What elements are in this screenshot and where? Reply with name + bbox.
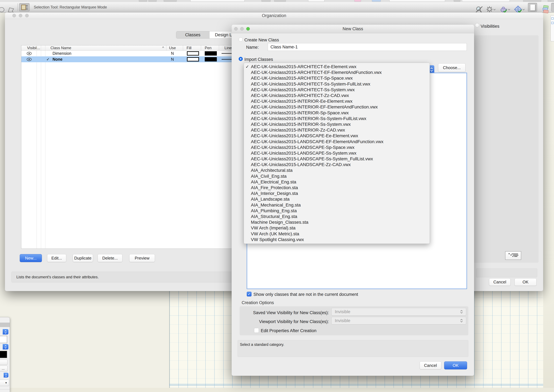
choose-file-button[interactable]: Choose...	[438, 63, 465, 72]
eye-icon[interactable]	[27, 57, 32, 63]
partial-control[interactable]	[454, 0, 460, 2]
menu-item[interactable]: AEC-UK-Uniclass2015-LANDSCAPE-Ss-System.…	[244, 150, 430, 156]
chevron-down-icon[interactable]	[522, 9, 525, 10]
gear-settings-icon[interactable]	[486, 6, 493, 13]
line-style-button[interactable]: ...	[0, 366, 7, 371]
column-header-fill[interactable]: Fill	[187, 45, 192, 50]
pen-swatch[interactable]	[205, 51, 217, 56]
menu-item[interactable]: VW Arch (Imperial).sta	[244, 225, 430, 231]
menu-item[interactable]: AEC-UK-Uniclass2015-INTERIOR-Sp-Space.vw…	[244, 110, 430, 116]
partial-control[interactable]	[164, 0, 177, 2]
partial-control[interactable]	[548, 0, 554, 2]
chevron-down-icon[interactable]	[493, 9, 496, 10]
fill-swatch[interactable]	[187, 51, 199, 56]
column-header-use[interactable]: Use	[169, 45, 176, 50]
menu-item[interactable]: AIA_Mechanical_Eng.sta	[244, 202, 430, 208]
menu-item[interactable]: AEC-UK-Uniclass2015-ARCHITECT-Ss-System.…	[244, 87, 430, 93]
partial-toolbar-button[interactable]	[551, 3, 554, 12]
close-window-icon[interactable]	[234, 27, 238, 31]
lasso-tool-icon[interactable]	[0, 7, 5, 13]
pen-color-swatch[interactable]	[0, 351, 7, 358]
menu-item[interactable]: AIA_Civil_Eng.sta	[244, 173, 430, 179]
page-view-button[interactable]	[528, 3, 537, 12]
menu-item[interactable]: AIA_Architectural.sta	[244, 168, 430, 173]
menu-item[interactable]: AEC-UK-Uniclass2015-INTERIOR-Zz-CAD.vwx	[244, 127, 430, 133]
minimize-window-icon[interactable]	[19, 14, 22, 17]
menu-item[interactable]: AEC-UK-Uniclass2015-INTERIOR-Ee-Element.…	[244, 98, 430, 104]
polygon-lasso-tool-icon[interactable]	[7, 7, 15, 13]
pen-swatch[interactable]	[205, 57, 217, 62]
delete-class-button[interactable]: Delete...	[97, 254, 122, 262]
menu-item[interactable]: AEC-UK-Uniclass2015-LANDSCAPE-Zz-CAD.vwx	[244, 162, 430, 168]
fill-color-swatch[interactable]	[0, 336, 7, 343]
sort-ascending-icon[interactable]: ^	[162, 45, 164, 50]
drawing-canvas-right[interactable]	[543, 12, 554, 392]
fill-style-stepper[interactable]	[3, 329, 8, 335]
partial-control[interactable]	[354, 0, 361, 2]
chevron-down-icon[interactable]	[508, 9, 510, 10]
mini-swatch[interactable]	[551, 22, 554, 24]
partial-field[interactable]	[389, 0, 445, 2]
partial-control[interactable]	[261, 0, 271, 2]
minimize-window-icon[interactable]	[240, 27, 244, 31]
organization-titlebar[interactable]: Organization	[5, 12, 543, 19]
menu-item[interactable]: AIA_Plumbing_Eng.sta	[244, 208, 430, 214]
show-only-checkbox[interactable]: ✓	[247, 292, 251, 296]
menu-item[interactable]: ✓AEC-UK-Uniclass2015-ARCHITECT-Ee-Elemen…	[244, 64, 430, 70]
import-classes-radio[interactable]	[239, 57, 243, 61]
menu-item[interactable]: AIA_Structural_Eng.sta	[244, 214, 430, 219]
partial-control[interactable]	[139, 0, 147, 2]
table-row[interactable]: DimensionN	[21, 50, 238, 56]
partial-field[interactable]	[190, 0, 244, 2]
menu-item[interactable]: AEC-UK-Uniclass2015-LANDSCAPE-Ss-System_…	[244, 156, 430, 162]
partial-control[interactable]	[148, 0, 157, 2]
column-header-visibility[interactable]: Visibil...	[27, 45, 40, 50]
partial-field[interactable]	[462, 0, 510, 2]
menu-item[interactable]: AEC-UK-Uniclass2015-ARCHITECT-Sp-Space.v…	[244, 75, 430, 81]
menu-item[interactable]: AEC-UK-Uniclass2015-ARCHITECT-Zz-CAD.vwx	[244, 93, 430, 98]
zoom-window-icon[interactable]	[246, 27, 250, 31]
classes-table-header[interactable]: Visibil... Class Name ^ Use Fill Pen Lin…	[21, 45, 238, 51]
opacity-stepper[interactable]	[4, 373, 8, 378]
menu-item[interactable]: AEC-UK-Uniclass2015-ARCHITECT-Ss-System-…	[244, 81, 430, 87]
partial-control[interactable]	[523, 0, 541, 2]
fill-swatch[interactable]	[187, 57, 199, 62]
menu-item[interactable]: AEC-UK-Uniclass2015-LANDSCAPE-Ee-Element…	[244, 133, 430, 139]
zoom-disabled-icon[interactable]	[476, 6, 483, 13]
column-header-class-name[interactable]: Class Name	[50, 45, 71, 50]
viewport-visibility-select[interactable]: Invisible	[332, 317, 466, 324]
menu-item[interactable]: AEC-UK-Uniclass2015-ARCHITECT-EF-Element…	[244, 70, 430, 75]
menu-item[interactable]: AEC-UK-Uniclass2015-INTERIOR-EF-ElementA…	[244, 104, 430, 110]
menu-item[interactable]: AIA_Electrical_Eng.sta	[244, 179, 430, 185]
new-class-ok-button[interactable]: OK	[444, 361, 467, 369]
new-class-titlebar[interactable]: New Class	[232, 25, 474, 33]
edit-class-button[interactable]: Edit...	[47, 254, 66, 262]
table-row[interactable]: ✓NoneN	[21, 56, 238, 62]
menu-item[interactable]: AIA_Landscape.sta	[244, 196, 430, 202]
menu-item[interactable]: AEC-UK-Uniclass2015-INTERIOR-Ss-System-F…	[244, 116, 430, 121]
visibilities-radio[interactable]	[475, 23, 479, 27]
menu-item[interactable]: Machine Design_Classes.sta	[244, 219, 430, 225]
duplicate-class-button[interactable]: Duplicate	[73, 254, 93, 262]
rectangular-marquee-mode-button[interactable]	[19, 3, 30, 11]
partial-field[interactable]	[308, 0, 325, 2]
tab-classes[interactable]: Classes	[176, 31, 209, 38]
menu-item[interactable]: AEC-UK-Uniclass2015-LANDSCAPE-Sp-Space.v…	[244, 145, 430, 150]
column-header-pen[interactable]: Pen	[205, 45, 212, 50]
menu-item[interactable]: AEC-UK-Uniclass2015-LANDSCAPE-EF-Element…	[244, 139, 430, 144]
menu-item[interactable]: VW Spotlight Classing.vwx	[244, 237, 430, 243]
partial-control[interactable]	[372, 0, 381, 2]
organization-ok-button[interactable]: OK	[514, 278, 536, 286]
saved-view-visibility-select[interactable]: Invisible	[332, 308, 466, 315]
create-new-class-radio[interactable]	[239, 37, 243, 42]
menu-item[interactable]: AIA_Fire_Protection.sta	[244, 185, 430, 191]
attributes-dropdown-button[interactable]: ▼	[0, 380, 9, 386]
new-class-button[interactable]: New...	[20, 254, 42, 262]
line-thickness-button[interactable]	[0, 360, 7, 365]
partial-control[interactable]	[274, 0, 286, 2]
pen-style-stepper[interactable]	[3, 344, 8, 350]
menu-item[interactable]: AEC-UK-Uniclass2015-INTERIOR-Ss-System.v…	[244, 121, 430, 127]
organization-cancel-button[interactable]: Cancel	[489, 278, 511, 286]
column-header-line[interactable]: Line	[224, 45, 232, 50]
zoom-window-icon[interactable]	[25, 14, 29, 17]
